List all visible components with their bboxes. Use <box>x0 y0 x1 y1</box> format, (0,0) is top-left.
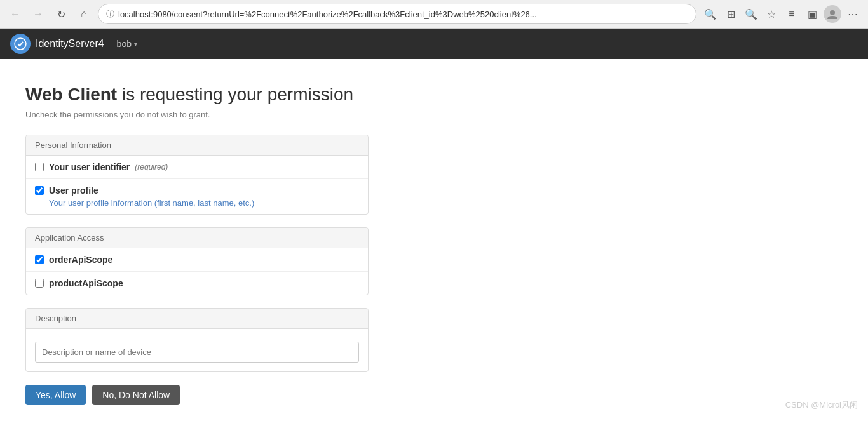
order-api-scope-checkbox[interactable] <box>35 255 44 264</box>
allow-button[interactable]: Yes, Allow <box>25 385 86 405</box>
personal-info-section: Personal Information Your user identifie… <box>25 135 369 215</box>
page-title-row: Web Client is requesting your permission <box>25 84 546 105</box>
browser-actions: 🔍 ⊞ 🔍 ☆ ≡ ▣ ⋯ <box>702 5 862 23</box>
zoom-button[interactable]: 🔍 <box>742 5 760 23</box>
button-row: Yes, Allow No, Do Not Allow <box>25 385 546 405</box>
browser-chrome: ← → ↻ ⌂ ⓘ 🔍 ⊞ 🔍 ☆ ≡ ▣ ⋯ <box>0 0 868 29</box>
description-header: Description <box>26 309 368 329</box>
browser-toolbar: ← → ↻ ⌂ ⓘ 🔍 ⊞ 🔍 ☆ ≡ ▣ ⋯ <box>0 0 868 28</box>
collections-button[interactable]: ≡ <box>783 5 801 23</box>
lock-icon: ⓘ <box>106 8 114 20</box>
url-input[interactable] <box>118 10 688 19</box>
app-logo: IdentityServer4 <box>10 34 104 54</box>
svg-point-0 <box>830 10 835 15</box>
favorites-button[interactable]: ☆ <box>763 5 780 23</box>
user-identifier-row: Your user identifier (required) <box>35 162 359 172</box>
app-access-header: Application Access <box>26 228 368 248</box>
user-menu[interactable]: bob ▾ <box>117 39 137 49</box>
forward-button[interactable]: → <box>29 5 47 23</box>
user-profile-item: User profile Your user profile informati… <box>26 179 368 214</box>
user-profile-row: User profile <box>35 185 359 196</box>
order-api-scope-label: orderApiScope <box>49 255 112 265</box>
refresh-button[interactable]: ↻ <box>52 5 70 23</box>
deny-button[interactable]: No, Do Not Allow <box>92 385 180 405</box>
page-title: Web Client is requesting your permission <box>25 84 353 104</box>
username: bob <box>117 39 132 49</box>
app-name: IdentityServer4 <box>36 38 104 50</box>
product-api-scope-checkbox[interactable] <box>35 279 44 288</box>
user-profile-label: User profile <box>49 185 98 196</box>
personal-info-header: Personal Information <box>26 135 368 156</box>
product-api-scope-row: productApiScope <box>35 278 359 288</box>
product-api-scope-item: productApiScope <box>26 272 368 295</box>
page-subtitle: Uncheck the permissions you do not wish … <box>25 110 546 119</box>
watermark: CSDN @Microi风闲 <box>785 399 858 411</box>
description-section: Description <box>25 308 369 372</box>
svg-point-1 <box>15 38 26 50</box>
search-button[interactable]: 🔍 <box>702 5 719 23</box>
app-logo-icon <box>10 34 31 54</box>
user-identifier-checkbox[interactable] <box>35 163 44 171</box>
order-api-scope-row: orderApiScope <box>35 255 359 265</box>
user-identifier-required: (required) <box>135 163 168 171</box>
order-api-scope-item: orderApiScope <box>26 248 368 272</box>
address-bar[interactable]: ⓘ <box>98 4 696 24</box>
translate-button[interactable]: ⊞ <box>722 5 740 23</box>
wallet-button[interactable]: ▣ <box>803 5 821 23</box>
app-header: IdentityServer4 bob ▾ <box>0 29 868 59</box>
page-content: Web Client is requesting your permission… <box>0 59 572 421</box>
product-api-scope-label: productApiScope <box>49 278 123 288</box>
page-title-rest: is requesting your permission <box>117 84 353 104</box>
home-button[interactable]: ⌂ <box>75 5 93 23</box>
user-profile-desc: Your user profile information (first nam… <box>49 198 359 208</box>
more-button[interactable]: ⋯ <box>844 5 862 23</box>
user-profile-checkbox[interactable] <box>35 186 44 195</box>
page-title-client: Web Client <box>25 84 117 104</box>
profile-avatar[interactable] <box>824 5 841 23</box>
user-identifier-label: Your user identifier <box>49 162 130 172</box>
user-identifier-item: Your user identifier (required) <box>26 156 368 179</box>
back-button[interactable]: ← <box>6 5 24 23</box>
app-access-section: Application Access orderApiScope product… <box>25 227 369 295</box>
description-input[interactable] <box>35 342 359 363</box>
chevron-down-icon: ▾ <box>134 41 137 48</box>
description-item <box>26 329 368 371</box>
